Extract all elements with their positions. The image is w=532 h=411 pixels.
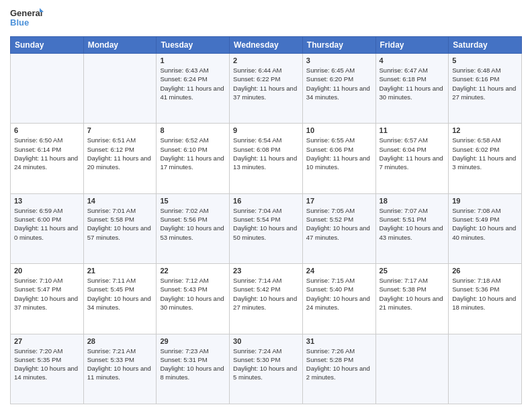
calendar-cell: 16Sunrise: 7:04 AM Sunset: 5:54 PM Dayli… (230, 193, 303, 263)
day-info: Sunrise: 7:14 AM Sunset: 5:42 PM Dayligh… (233, 276, 299, 312)
logo-svg: General Blue (10, 7, 44, 31)
calendar-cell (375, 334, 449, 404)
day-number: 19 (452, 197, 518, 205)
day-number: 29 (160, 337, 226, 345)
day-info: Sunrise: 7:17 AM Sunset: 5:38 PM Dayligh… (380, 276, 445, 312)
day-number: 28 (87, 337, 153, 345)
calendar-cell: 24Sunrise: 7:15 AM Sunset: 5:40 PM Dayli… (302, 264, 375, 334)
day-info: Sunrise: 6:55 AM Sunset: 6:06 PM Dayligh… (306, 136, 372, 171)
calendar-cell: 4Sunrise: 6:47 AM Sunset: 6:18 PM Daylig… (375, 54, 449, 124)
calendar-cell: 20Sunrise: 7:10 AM Sunset: 5:47 PM Dayli… (11, 264, 84, 334)
day-number: 9 (233, 126, 299, 134)
day-info: Sunrise: 7:21 AM Sunset: 5:33 PM Dayligh… (87, 347, 153, 382)
day-number: 11 (380, 126, 445, 134)
day-number: 12 (452, 126, 518, 134)
day-number: 18 (380, 197, 445, 205)
day-number: 27 (14, 337, 80, 345)
day-header-sunday: Sunday (11, 37, 84, 54)
day-number: 13 (14, 197, 80, 205)
calendar-cell: 17Sunrise: 7:05 AM Sunset: 5:52 PM Dayli… (302, 193, 375, 263)
day-number: 7 (87, 126, 153, 134)
day-header-saturday: Saturday (449, 37, 522, 54)
svg-text:General: General (10, 8, 42, 18)
day-info: Sunrise: 7:26 AM Sunset: 5:28 PM Dayligh… (306, 347, 372, 382)
day-header-tuesday: Tuesday (157, 37, 230, 54)
day-number: 17 (306, 197, 372, 205)
week-row-3: 13Sunrise: 6:59 AM Sunset: 6:00 PM Dayli… (11, 193, 522, 263)
day-number: 23 (233, 267, 299, 275)
calendar-cell: 26Sunrise: 7:18 AM Sunset: 5:36 PM Dayli… (449, 264, 522, 334)
day-number: 16 (233, 197, 299, 205)
header-row: SundayMondayTuesdayWednesdayThursdayFrid… (11, 37, 522, 54)
day-info: Sunrise: 6:54 AM Sunset: 6:08 PM Dayligh… (233, 136, 299, 171)
day-info: Sunrise: 6:45 AM Sunset: 6:20 PM Dayligh… (306, 66, 372, 101)
calendar-cell: 18Sunrise: 7:07 AM Sunset: 5:51 PM Dayli… (375, 193, 449, 263)
day-header-friday: Friday (375, 37, 449, 54)
day-number: 1 (160, 56, 226, 64)
day-number: 25 (380, 267, 445, 275)
day-info: Sunrise: 6:50 AM Sunset: 6:14 PM Dayligh… (14, 136, 80, 171)
calendar-cell: 3Sunrise: 6:45 AM Sunset: 6:20 PM Daylig… (302, 54, 375, 124)
day-info: Sunrise: 6:48 AM Sunset: 6:16 PM Dayligh… (452, 66, 518, 101)
calendar-page: General Blue SundayMondayTuesdayWednesda… (0, 0, 532, 411)
calendar-cell: 6Sunrise: 6:50 AM Sunset: 6:14 PM Daylig… (11, 124, 84, 193)
calendar-cell (449, 334, 522, 404)
calendar-cell: 13Sunrise: 6:59 AM Sunset: 6:00 PM Dayli… (11, 193, 84, 263)
calendar-cell: 11Sunrise: 6:57 AM Sunset: 6:04 PM Dayli… (375, 124, 449, 193)
calendar-cell (83, 54, 157, 124)
day-info: Sunrise: 7:12 AM Sunset: 5:43 PM Dayligh… (160, 276, 226, 312)
calendar-cell: 15Sunrise: 7:02 AM Sunset: 5:56 PM Dayli… (157, 193, 230, 263)
day-info: Sunrise: 7:11 AM Sunset: 5:45 PM Dayligh… (87, 276, 153, 312)
day-number: 5 (452, 56, 518, 64)
week-row-2: 6Sunrise: 6:50 AM Sunset: 6:14 PM Daylig… (11, 124, 522, 193)
day-number: 3 (306, 56, 372, 64)
day-number: 6 (14, 126, 80, 134)
calendar-cell: 23Sunrise: 7:14 AM Sunset: 5:42 PM Dayli… (230, 264, 303, 334)
day-info: Sunrise: 6:44 AM Sunset: 6:22 PM Dayligh… (233, 66, 299, 101)
day-info: Sunrise: 6:43 AM Sunset: 6:24 PM Dayligh… (160, 66, 226, 101)
calendar-cell: 22Sunrise: 7:12 AM Sunset: 5:43 PM Dayli… (157, 264, 230, 334)
day-number: 2 (233, 56, 299, 64)
day-info: Sunrise: 6:47 AM Sunset: 6:18 PM Dayligh… (380, 66, 445, 101)
day-number: 30 (233, 337, 299, 345)
calendar-table: SundayMondayTuesdayWednesdayThursdayFrid… (10, 36, 522, 404)
day-number: 31 (306, 337, 372, 345)
calendar-cell: 5Sunrise: 6:48 AM Sunset: 6:16 PM Daylig… (449, 54, 522, 124)
calendar-cell: 21Sunrise: 7:11 AM Sunset: 5:45 PM Dayli… (83, 264, 157, 334)
day-info: Sunrise: 6:59 AM Sunset: 6:00 PM Dayligh… (14, 206, 80, 242)
day-info: Sunrise: 7:07 AM Sunset: 5:51 PM Dayligh… (380, 206, 445, 242)
calendar-cell (11, 54, 84, 124)
day-info: Sunrise: 7:20 AM Sunset: 5:35 PM Dayligh… (14, 347, 80, 382)
calendar-cell: 9Sunrise: 6:54 AM Sunset: 6:08 PM Daylig… (230, 124, 303, 193)
header: General Blue (10, 7, 522, 31)
week-row-4: 20Sunrise: 7:10 AM Sunset: 5:47 PM Dayli… (11, 264, 522, 334)
calendar-cell: 7Sunrise: 6:51 AM Sunset: 6:12 PM Daylig… (83, 124, 157, 193)
day-number: 8 (160, 126, 226, 134)
day-header-monday: Monday (83, 37, 157, 54)
day-info: Sunrise: 7:08 AM Sunset: 5:49 PM Dayligh… (452, 206, 518, 242)
day-info: Sunrise: 7:01 AM Sunset: 5:58 PM Dayligh… (87, 206, 153, 242)
day-number: 20 (14, 267, 80, 275)
day-info: Sunrise: 7:10 AM Sunset: 5:47 PM Dayligh… (14, 276, 80, 312)
calendar-body: 1Sunrise: 6:43 AM Sunset: 6:24 PM Daylig… (11, 54, 522, 404)
day-number: 26 (452, 267, 518, 275)
day-info: Sunrise: 7:24 AM Sunset: 5:30 PM Dayligh… (233, 347, 299, 382)
calendar-cell: 25Sunrise: 7:17 AM Sunset: 5:38 PM Dayli… (375, 264, 449, 334)
calendar-cell: 27Sunrise: 7:20 AM Sunset: 5:35 PM Dayli… (11, 334, 84, 404)
day-info: Sunrise: 6:58 AM Sunset: 6:02 PM Dayligh… (452, 136, 518, 171)
day-header-thursday: Thursday (302, 37, 375, 54)
day-info: Sunrise: 7:04 AM Sunset: 5:54 PM Dayligh… (233, 206, 299, 242)
day-header-wednesday: Wednesday (230, 37, 303, 54)
day-info: Sunrise: 7:23 AM Sunset: 5:31 PM Dayligh… (160, 347, 226, 382)
day-number: 22 (160, 267, 226, 275)
day-number: 21 (87, 267, 153, 275)
day-number: 4 (380, 56, 445, 64)
day-info: Sunrise: 7:05 AM Sunset: 5:52 PM Dayligh… (306, 206, 372, 242)
day-info: Sunrise: 6:51 AM Sunset: 6:12 PM Dayligh… (87, 136, 153, 171)
calendar-cell: 12Sunrise: 6:58 AM Sunset: 6:02 PM Dayli… (449, 124, 522, 193)
day-number: 14 (87, 197, 153, 205)
week-row-1: 1Sunrise: 6:43 AM Sunset: 6:24 PM Daylig… (11, 54, 522, 124)
calendar-cell: 1Sunrise: 6:43 AM Sunset: 6:24 PM Daylig… (157, 54, 230, 124)
day-info: Sunrise: 6:57 AM Sunset: 6:04 PM Dayligh… (380, 136, 445, 171)
calendar-cell: 29Sunrise: 7:23 AM Sunset: 5:31 PM Dayli… (157, 334, 230, 404)
